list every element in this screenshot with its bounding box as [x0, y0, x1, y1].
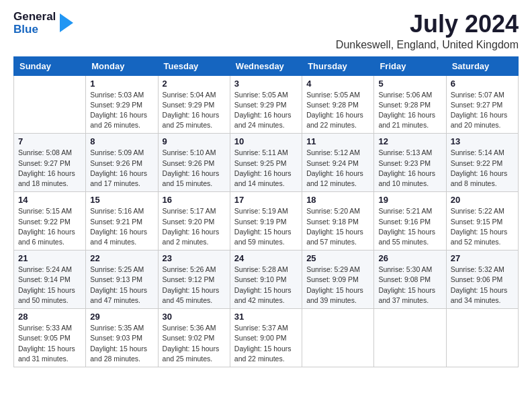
calendar-cell: 27Sunrise: 5:32 AMSunset: 9:06 PMDayligh… — [446, 250, 518, 309]
day-info: Sunrise: 5:11 AMSunset: 9:25 PMDaylight:… — [234, 148, 298, 189]
day-number: 17 — [234, 195, 298, 205]
day-number: 10 — [234, 136, 298, 146]
calendar-cell: 24Sunrise: 5:28 AMSunset: 9:10 PMDayligh… — [230, 250, 302, 309]
calendar-cell: 26Sunrise: 5:30 AMSunset: 9:08 PMDayligh… — [374, 250, 446, 309]
calendar-cell: 1Sunrise: 5:03 AMSunset: 9:29 PMDaylight… — [86, 75, 158, 134]
day-number: 2 — [163, 79, 226, 89]
calendar-week-row: 28Sunrise: 5:33 AMSunset: 9:05 PMDayligh… — [14, 309, 519, 367]
day-info: Sunrise: 5:17 AMSunset: 9:20 PMDaylight:… — [163, 206, 226, 247]
calendar-cell: 21Sunrise: 5:24 AMSunset: 9:14 PMDayligh… — [14, 250, 86, 309]
calendar-cell — [14, 75, 86, 134]
day-info: Sunrise: 5:30 AMSunset: 9:08 PMDaylight:… — [378, 265, 441, 306]
day-info: Sunrise: 5:06 AMSunset: 9:28 PMDaylight:… — [378, 90, 441, 131]
day-number: 18 — [306, 195, 369, 205]
calendar-cell: 28Sunrise: 5:33 AMSunset: 9:05 PMDayligh… — [14, 309, 86, 367]
calendar-cell — [446, 309, 518, 367]
calendar-cell: 13Sunrise: 5:14 AMSunset: 9:22 PMDayligh… — [446, 134, 518, 192]
day-info: Sunrise: 5:26 AMSunset: 9:12 PMDaylight:… — [163, 265, 226, 306]
calendar-cell: 7Sunrise: 5:08 AMSunset: 9:27 PMDaylight… — [14, 134, 86, 192]
day-info: Sunrise: 5:15 AMSunset: 9:22 PMDaylight:… — [18, 206, 81, 247]
day-number: 14 — [18, 195, 81, 205]
day-info: Sunrise: 5:33 AMSunset: 9:05 PMDaylight:… — [18, 323, 81, 364]
day-info: Sunrise: 5:19 AMSunset: 9:19 PMDaylight:… — [234, 206, 298, 247]
day-info: Sunrise: 5:20 AMSunset: 9:18 PMDaylight:… — [306, 206, 369, 247]
calendar-cell: 14Sunrise: 5:15 AMSunset: 9:22 PMDayligh… — [14, 192, 86, 250]
location-subtitle: Dunkeswell, England, United Kingdom — [336, 39, 519, 51]
day-info: Sunrise: 5:29 AMSunset: 9:09 PMDaylight:… — [306, 265, 369, 306]
day-number: 20 — [451, 195, 514, 205]
calendar-cell — [374, 309, 446, 367]
calendar-cell: 9Sunrise: 5:10 AMSunset: 9:26 PMDaylight… — [158, 134, 230, 192]
day-info: Sunrise: 5:07 AMSunset: 9:27 PMDaylight:… — [451, 90, 514, 131]
day-info: Sunrise: 5:13 AMSunset: 9:23 PMDaylight:… — [378, 148, 441, 189]
calendar-cell — [302, 309, 374, 367]
day-of-week-header: Thursday — [302, 56, 374, 75]
calendar-cell: 19Sunrise: 5:21 AMSunset: 9:16 PMDayligh… — [374, 192, 446, 250]
day-number: 22 — [90, 253, 153, 263]
calendar-table: SundayMondayTuesdayWednesdayThursdayFrid… — [13, 56, 519, 367]
day-of-week-header: Sunday — [14, 56, 86, 75]
calendar-cell: 10Sunrise: 5:11 AMSunset: 9:25 PMDayligh… — [230, 134, 302, 192]
calendar-cell: 3Sunrise: 5:05 AMSunset: 9:29 PMDaylight… — [230, 75, 302, 134]
day-number: 30 — [163, 312, 226, 322]
day-info: Sunrise: 5:09 AMSunset: 9:26 PMDaylight:… — [90, 148, 153, 189]
calendar-cell: 15Sunrise: 5:16 AMSunset: 9:21 PMDayligh… — [86, 192, 158, 250]
day-number: 6 — [451, 79, 514, 89]
calendar-cell: 2Sunrise: 5:04 AMSunset: 9:29 PMDaylight… — [158, 75, 230, 134]
day-number: 31 — [234, 312, 298, 322]
day-number: 21 — [18, 253, 81, 263]
day-number: 24 — [234, 253, 298, 263]
title-section: July 2024 Dunkeswell, England, United Ki… — [336, 11, 519, 51]
day-number: 26 — [378, 253, 441, 263]
day-of-week-header: Tuesday — [158, 56, 230, 75]
day-info: Sunrise: 5:37 AMSunset: 9:00 PMDaylight:… — [234, 323, 298, 364]
day-info: Sunrise: 5:08 AMSunset: 9:27 PMDaylight:… — [18, 148, 81, 189]
calendar-week-row: 14Sunrise: 5:15 AMSunset: 9:22 PMDayligh… — [14, 192, 519, 250]
calendar-cell: 16Sunrise: 5:17 AMSunset: 9:20 PMDayligh… — [158, 192, 230, 250]
calendar-week-row: 7Sunrise: 5:08 AMSunset: 9:27 PMDaylight… — [14, 134, 519, 192]
calendar-week-row: 21Sunrise: 5:24 AMSunset: 9:14 PMDayligh… — [14, 250, 519, 309]
day-info: Sunrise: 5:05 AMSunset: 9:29 PMDaylight:… — [234, 90, 298, 131]
day-info: Sunrise: 5:05 AMSunset: 9:28 PMDaylight:… — [306, 90, 369, 131]
calendar-cell: 12Sunrise: 5:13 AMSunset: 9:23 PMDayligh… — [374, 134, 446, 192]
day-number: 15 — [90, 195, 153, 205]
calendar-cell: 5Sunrise: 5:06 AMSunset: 9:28 PMDaylight… — [374, 75, 446, 134]
calendar-cell: 25Sunrise: 5:29 AMSunset: 9:09 PMDayligh… — [302, 250, 374, 309]
calendar-cell: 20Sunrise: 5:22 AMSunset: 9:15 PMDayligh… — [446, 192, 518, 250]
day-number: 4 — [306, 79, 369, 89]
day-info: Sunrise: 5:28 AMSunset: 9:10 PMDaylight:… — [234, 265, 298, 306]
day-number: 13 — [451, 136, 514, 146]
calendar-cell: 22Sunrise: 5:25 AMSunset: 9:13 PMDayligh… — [86, 250, 158, 309]
calendar-cell: 31Sunrise: 5:37 AMSunset: 9:00 PMDayligh… — [230, 309, 302, 367]
calendar-cell: 29Sunrise: 5:35 AMSunset: 9:03 PMDayligh… — [86, 309, 158, 367]
day-info: Sunrise: 5:35 AMSunset: 9:03 PMDaylight:… — [90, 323, 153, 364]
day-number: 28 — [18, 312, 81, 322]
day-number: 23 — [163, 253, 226, 263]
calendar-cell: 30Sunrise: 5:36 AMSunset: 9:02 PMDayligh… — [158, 309, 230, 367]
calendar-cell: 23Sunrise: 5:26 AMSunset: 9:12 PMDayligh… — [158, 250, 230, 309]
page-header: General Blue July 2024 Dunkeswell, Engla… — [13, 11, 519, 51]
day-info: Sunrise: 5:04 AMSunset: 9:29 PMDaylight:… — [163, 90, 226, 131]
day-number: 27 — [451, 253, 514, 263]
day-info: Sunrise: 5:25 AMSunset: 9:13 PMDaylight:… — [90, 265, 153, 306]
day-number: 9 — [163, 136, 226, 146]
day-info: Sunrise: 5:21 AMSunset: 9:16 PMDaylight:… — [378, 206, 441, 247]
day-number: 1 — [90, 79, 153, 89]
logo-blue: Blue — [13, 24, 56, 36]
day-number: 29 — [90, 312, 153, 322]
day-of-week-header: Monday — [86, 56, 158, 75]
day-of-week-header: Friday — [374, 56, 446, 75]
day-number: 3 — [234, 79, 298, 89]
day-info: Sunrise: 5:24 AMSunset: 9:14 PMDaylight:… — [18, 265, 81, 306]
day-of-week-header: Saturday — [446, 56, 518, 75]
logo-general: General — [13, 11, 56, 24]
day-number: 5 — [378, 79, 441, 89]
day-number: 19 — [378, 195, 441, 205]
day-number: 16 — [163, 195, 226, 205]
day-info: Sunrise: 5:14 AMSunset: 9:22 PMDaylight:… — [451, 148, 514, 189]
calendar-cell: 11Sunrise: 5:12 AMSunset: 9:24 PMDayligh… — [302, 134, 374, 192]
calendar-week-row: 1Sunrise: 5:03 AMSunset: 9:29 PMDaylight… — [14, 75, 519, 134]
day-info: Sunrise: 5:12 AMSunset: 9:24 PMDaylight:… — [306, 148, 369, 189]
day-info: Sunrise: 5:03 AMSunset: 9:29 PMDaylight:… — [90, 90, 153, 131]
day-number: 8 — [90, 136, 153, 146]
